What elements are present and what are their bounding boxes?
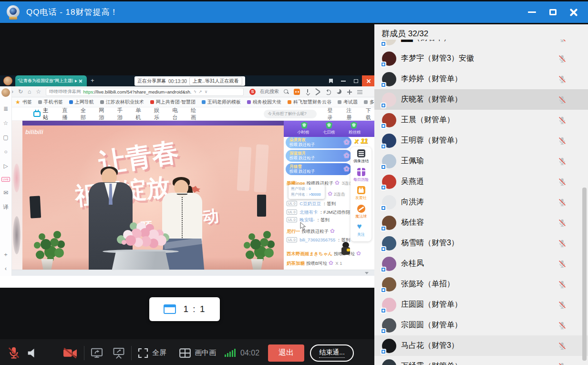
- star-icon: ★: [15, 99, 21, 105]
- bili-nav-item: 电台: [172, 107, 181, 121]
- bookmark-star-icon: ☆: [36, 89, 41, 94]
- members-scrollbar[interactable]: [582, 188, 587, 361]
- muted-mic-icon[interactable]: [557, 40, 567, 43]
- muted-mic-icon[interactable]: [557, 341, 567, 351]
- muted-mic-icon[interactable]: [557, 136, 567, 146]
- maximize-button[interactable]: [542, 1, 563, 23]
- member-row[interactable]: 余桂凤: [374, 253, 588, 274]
- member-row[interactable]: ▆▆（财管单）: [374, 40, 588, 48]
- feed-icon: ≣: [3, 102, 8, 116]
- share-screen-button[interactable]: [90, 344, 103, 363]
- muted-mic-icon[interactable]: [557, 156, 567, 166]
- bookmark-label: 网上共青团·智慧团: [156, 99, 196, 105]
- member-row[interactable]: 王佩瑜: [374, 151, 588, 171]
- online-badge-icon: [381, 164, 386, 170]
- bookmark-favicon: [338, 100, 341, 104]
- muted-mic-icon[interactable]: [557, 198, 567, 207]
- member-row[interactable]: 李婷婷（财管单）: [374, 69, 588, 89]
- new-tab-icon: +: [91, 77, 94, 84]
- microphone-mute-button[interactable]: [7, 344, 21, 363]
- muted-mic-icon[interactable]: [557, 74, 567, 84]
- chat-text: ：签到: [322, 201, 336, 206]
- video-icon: ▷: [3, 159, 8, 173]
- member-row[interactable]: 王晨（财管单）: [374, 110, 588, 130]
- screen-share-indicator: 正在分享屏幕 00:13:30 上麦..等31人正在观看: [134, 76, 245, 86]
- chat-text: ：签到: [316, 217, 330, 222]
- muted-mic-icon[interactable]: [557, 95, 567, 104]
- rail-label: 每日历险: [353, 177, 369, 182]
- live-stream-video: bilibili 让青春 祖国绽放 动 主题: [22, 121, 284, 270]
- rail-icon: [357, 168, 365, 176]
- muted-mic-icon[interactable]: [557, 362, 567, 365]
- browser-profile-avatar: [3, 76, 12, 85]
- plant-right: [236, 212, 278, 270]
- pip-button[interactable]: 画中画: [179, 344, 216, 363]
- exit-button[interactable]: 退出: [268, 344, 304, 362]
- bookmark-item: ★ 书签: [15, 99, 32, 105]
- camera-mute-button[interactable]: [62, 344, 78, 363]
- share-timer: 00:13:30: [168, 79, 187, 84]
- rail-item: 魔法球: [355, 205, 367, 223]
- muted-mic-icon[interactable]: [557, 218, 567, 228]
- close-button[interactable]: [563, 1, 584, 23]
- gift-flower-icon: ✿: [356, 250, 361, 257]
- browser-close-icon: [366, 79, 371, 83]
- member-row[interactable]: 宗圆圆（财管单）: [374, 315, 588, 335]
- rail-label: 魔法球: [355, 214, 367, 219]
- tab-close-icon: [79, 79, 83, 83]
- chat-combo: X 1: [335, 261, 342, 266]
- avatar: [382, 216, 396, 230]
- translate-icon: 译: [3, 200, 9, 214]
- avatar: [382, 52, 396, 66]
- camera-muted-icon: [62, 346, 78, 360]
- muted-mic-icon[interactable]: [557, 321, 567, 330]
- muted-mic-icon[interactable]: [557, 177, 567, 187]
- bookmark-item: 王码老师的模板: [202, 99, 241, 105]
- caret-down-icon: ∨: [205, 89, 208, 94]
- muted-mic-icon[interactable]: [557, 115, 567, 125]
- muted-mic-icon[interactable]: [557, 280, 567, 289]
- bookmark-label: 税务校园大使: [253, 99, 281, 105]
- gift-flower-icon: ✿: [328, 190, 332, 197]
- ratio-button[interactable]: 1 : 1: [149, 297, 220, 321]
- gift-flower-icon: ✿: [343, 165, 350, 173]
- muted-mic-icon[interactable]: [557, 239, 567, 248]
- member-row[interactable]: 庄圆圆（财管单）: [374, 294, 588, 315]
- gift-action: 投喂 跌迁粒子: [289, 156, 348, 160]
- muted-mic-icon[interactable]: [557, 259, 567, 269]
- bookmark-favicon: [288, 100, 291, 104]
- browser-nav-tools: S 在此搜索: [249, 88, 363, 95]
- reload-icon: ↻: [18, 89, 23, 94]
- member-row[interactable]: 李梦宇（财管3）安徽: [374, 48, 588, 69]
- member-row[interactable]: 杨雪晴（财管3）: [374, 233, 588, 253]
- presentation-button[interactable]: [112, 344, 125, 363]
- member-row[interactable]: 吴燕逍: [374, 171, 588, 192]
- member-name: 向洪涛: [401, 197, 424, 207]
- bookmark-favicon: [150, 100, 154, 104]
- member-row[interactable]: 万经露（财管单）: [374, 356, 588, 365]
- member-row[interactable]: 王明蓉（财管单）: [374, 130, 588, 151]
- shared-page-content: ≣ ☆ ▢ ○ ▷ LIVE ✉ 译 ＋ ‹: [0, 121, 374, 276]
- browser-window-controls: [325, 75, 374, 86]
- pip-icon: [179, 348, 191, 358]
- member-row[interactable]: 庆晓茗（财管单）: [374, 89, 588, 110]
- member-row[interactable]: 张懿玲（单招）: [374, 274, 588, 294]
- minimize-button[interactable]: [521, 1, 542, 23]
- minimize-icon: [528, 11, 536, 13]
- fullscreen-button[interactable]: 全屏: [137, 344, 166, 363]
- member-row[interactable]: 向洪涛: [374, 192, 588, 212]
- share-status-text: 正在分享屏幕: [137, 78, 166, 84]
- bookmark-item: 江苏农林职业技术: [100, 99, 144, 105]
- page-bottom-strip: [12, 270, 374, 276]
- live-icon: LIVE: [1, 177, 10, 182]
- avatar: [382, 257, 396, 271]
- muted-mic-icon[interactable]: [557, 300, 567, 310]
- speaker-button[interactable]: [26, 344, 39, 363]
- end-call-button[interactable]: 结束通...: [310, 344, 354, 362]
- user-level-badge: UL 0: [287, 209, 297, 215]
- fullscreen-label: 全屏: [152, 348, 166, 357]
- member-row[interactable]: 杨佳容: [374, 212, 588, 233]
- member-row[interactable]: 马占花（财管3）: [374, 335, 588, 356]
- rail-item: 每日历险: [353, 168, 369, 187]
- muted-mic-icon[interactable]: [557, 54, 567, 63]
